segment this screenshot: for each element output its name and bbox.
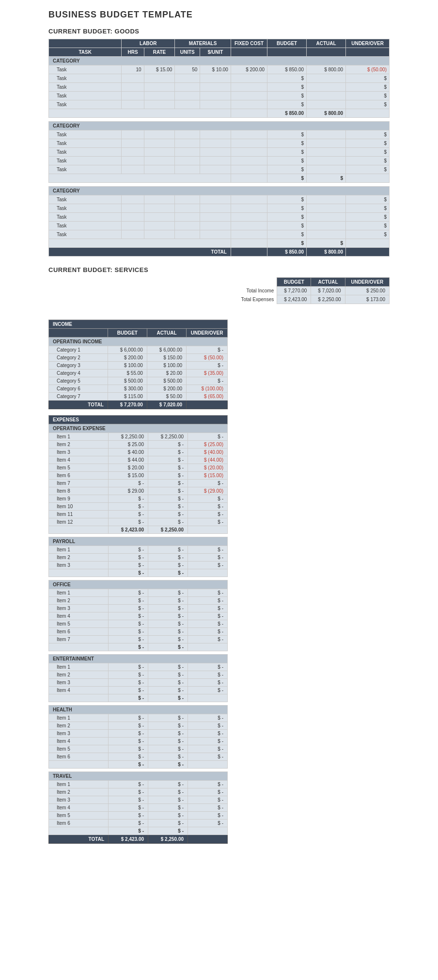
expenses-item-budget: $ - xyxy=(109,605,148,612)
expenses-item-uo: $ - xyxy=(188,663,228,671)
expenses-spacer-row xyxy=(49,702,228,706)
expenses-item-actual: $ - xyxy=(148,518,188,526)
expenses-item-actual: $ - xyxy=(148,464,188,472)
expenses-item-uo: $ - xyxy=(188,620,228,628)
expenses-item-actual: $ - xyxy=(148,495,188,503)
income-col-budget-header: BUDGET xyxy=(108,329,147,337)
goods-units xyxy=(175,195,200,204)
expenses-item-uo: $ - xyxy=(188,671,228,679)
goods-task-row: Task $ $ xyxy=(49,195,390,204)
expenses-body: OPERATING EXPENSE Item 1 $ 2,250.00 $ 2,… xyxy=(49,424,228,844)
expenses-item-row: Item 5 $ - $ - $ - xyxy=(49,745,228,753)
expenses-item-name: Item 2 xyxy=(49,671,109,679)
goods-rate xyxy=(144,83,175,92)
goods-category-label: CATEGORY xyxy=(49,122,390,130)
goods-table: LABOR MATERIALS FIXED COST BUDGET ACTUAL… xyxy=(48,39,390,257)
goods-unitcost xyxy=(200,204,231,213)
expenses-item-budget: $ 20.00 xyxy=(109,464,148,472)
summary-total-income-budget: $ 7,270.00 xyxy=(277,287,311,295)
expenses-section-row: OFFICE xyxy=(49,580,228,589)
goods-col-task-h1 xyxy=(49,39,122,48)
expenses-item-name: Item 2 xyxy=(49,597,109,605)
expenses-header-row: EXPENSES xyxy=(49,416,228,424)
goods-rate xyxy=(144,157,175,165)
goods-budget: $ xyxy=(267,148,307,157)
expenses-item-uo: $ - xyxy=(188,753,228,761)
goods-actual xyxy=(307,195,346,204)
goods-task-row: Task $ $ xyxy=(49,74,390,83)
expenses-item-budget: $ - xyxy=(109,745,148,753)
goods-hrs xyxy=(122,157,144,165)
summary-total-expenses-budget: $ 2,423.00 xyxy=(277,295,311,304)
expenses-item-actual: $ - xyxy=(148,487,188,495)
income-body: OPERATING INCOME Category 1 $ 6,000.00 $… xyxy=(49,337,228,409)
goods-task-name: Task xyxy=(49,83,122,92)
income-header-row: INCOME xyxy=(49,320,228,329)
expenses-section-subtotal-row: $ - $ - xyxy=(49,694,228,702)
services-section-title: CURRENT BUDGET: SERVICES xyxy=(48,266,390,273)
income-cat-uo: $ (100.00) xyxy=(187,385,228,393)
goods-rate xyxy=(144,139,175,148)
summary-total-expenses-actual: $ 2,250.00 xyxy=(311,295,345,304)
expenses-item-actual: $ - xyxy=(148,663,188,671)
goods-actual xyxy=(307,92,346,100)
goods-units: 50 xyxy=(175,65,200,74)
goods-budget: $ xyxy=(267,100,307,109)
goods-hrs xyxy=(122,204,144,213)
income-cat-uo: $ (50.00) xyxy=(187,354,228,362)
expenses-item-budget: $ - xyxy=(109,687,148,694)
goods-total-row: TOTAL $ 850.00 $ 800.00 xyxy=(49,248,390,257)
goods-unitcost xyxy=(200,74,231,83)
goods-task-name: Task xyxy=(49,195,122,204)
goods-task-name: Task xyxy=(49,148,122,157)
expenses-item-uo: $ - xyxy=(188,804,228,812)
goods-fixed xyxy=(231,230,267,239)
main-title: BUSINESS BUDGET TEMPLATE xyxy=(48,10,390,20)
goods-actual xyxy=(307,222,346,230)
expenses-item-uo: $ (15.00) xyxy=(188,472,228,480)
goods-subtotal-actual: $ 800.00 xyxy=(307,109,346,118)
expenses-item-budget: $ 29.00 xyxy=(109,487,148,495)
expenses-total-label: TOTAL xyxy=(49,835,109,844)
goods-rate xyxy=(144,213,175,222)
income-col-name-header xyxy=(49,329,108,337)
expenses-item-name: Item 9 xyxy=(49,495,109,503)
goods-rate xyxy=(144,92,175,100)
goods-actual xyxy=(307,148,346,157)
expenses-item-actual: $ - xyxy=(148,745,188,753)
expenses-item-uo: $ (29.00) xyxy=(188,487,228,495)
expenses-item-uo: $ - xyxy=(188,745,228,753)
expenses-item-actual: $ - xyxy=(148,589,188,597)
goods-col-underover-h2 xyxy=(346,48,390,57)
goods-subtotal-actual: $ xyxy=(307,174,346,183)
goods-underover: $ xyxy=(346,213,390,222)
expenses-item-name: Item 7 xyxy=(49,636,109,643)
expenses-item-row: Item 4 $ - $ - $ - xyxy=(49,687,228,694)
expenses-item-row: Item 8 $ 29.00 $ - $ (29.00) xyxy=(49,487,228,495)
goods-subtotal-spacer xyxy=(49,239,231,248)
goods-unitcost xyxy=(200,157,231,165)
goods-category-row: CATEGORY xyxy=(49,57,390,65)
income-cat-uo: $ - xyxy=(187,346,228,354)
expenses-item-budget: $ - xyxy=(109,480,148,487)
expenses-item-row: Item 10 $ - $ - $ - xyxy=(49,503,228,511)
expenses-item-actual: $ - xyxy=(148,636,188,643)
goods-units xyxy=(175,83,200,92)
expenses-item-uo: $ (40.00) xyxy=(188,449,228,456)
expenses-item-name: Item 2 xyxy=(49,722,109,730)
goods-unitcost xyxy=(200,130,231,139)
expenses-item-actual: $ - xyxy=(148,671,188,679)
expenses-item-name: Item 4 xyxy=(49,738,109,745)
goods-unitcost xyxy=(200,92,231,100)
goods-fixed xyxy=(231,74,267,83)
expenses-section-subtotal-actual: $ 2,250.00 xyxy=(148,526,188,534)
goods-subtotal-underover xyxy=(346,109,390,118)
expenses-item-actual: $ - xyxy=(148,480,188,487)
income-cat-actual: $ 100.00 xyxy=(147,362,186,370)
expenses-item-row: Item 1 $ - $ - $ - xyxy=(49,781,228,788)
goods-hrs xyxy=(122,139,144,148)
goods-fixed xyxy=(231,83,267,92)
expenses-item-name: Item 4 xyxy=(49,612,109,620)
income-category-row: Category 5 $ 500.00 $ 500.00 $ - xyxy=(49,377,228,385)
expenses-section-subtotal-spacer xyxy=(49,694,109,702)
